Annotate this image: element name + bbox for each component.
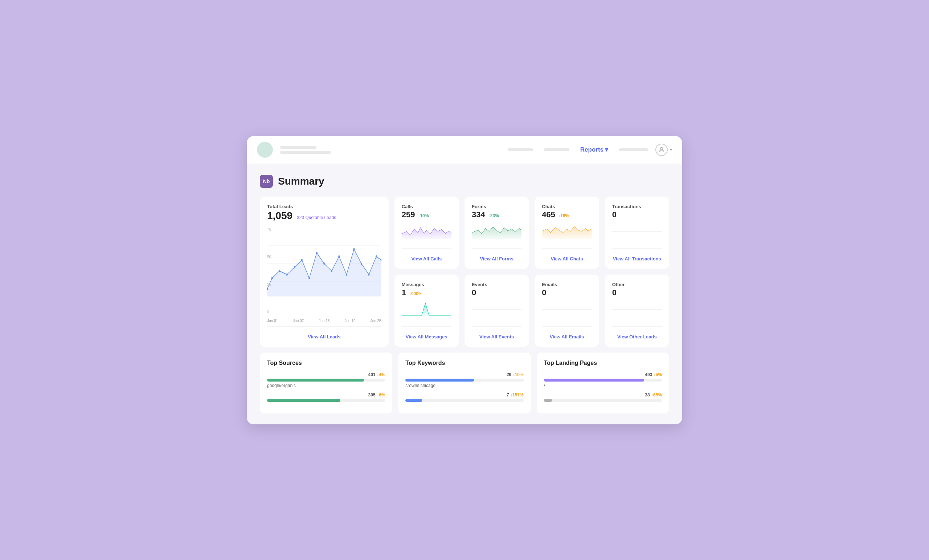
view-all-forms-link[interactable]: View All Forms xyxy=(472,252,521,262)
view-all-emails-link[interactable]: View All Emails xyxy=(542,330,592,340)
view-all-transactions-link[interactable]: View All Transactions xyxy=(612,252,662,262)
svg-point-7 xyxy=(279,270,280,272)
svg-point-20 xyxy=(376,256,377,257)
chats-value: 465 xyxy=(542,211,555,219)
svg-point-16 xyxy=(346,274,347,275)
top-sources-card: Top Sources 401 ↓4% google/organic xyxy=(260,352,392,413)
page-icon: Nb xyxy=(260,175,273,188)
quotable-leads: 323 Quotable Leads xyxy=(297,215,336,220)
nav-bar: Reports ▾ ▾ xyxy=(247,136,682,164)
source-1-change: ↓4% xyxy=(377,372,385,377)
nav-links: Reports ▾ xyxy=(508,146,648,153)
source-2-change: ↓6% xyxy=(377,392,385,398)
forms-label: Forms xyxy=(472,204,521,209)
source-2-bar-fill xyxy=(267,399,340,402)
total-leads-card: Total Leads 1,059 323 Quotable Leads xyxy=(260,197,389,347)
other-value: 0 xyxy=(612,289,662,297)
svg-point-14 xyxy=(331,270,333,272)
user-avatar-icon xyxy=(655,144,668,156)
view-all-chats-link[interactable]: View All Chats xyxy=(542,252,592,262)
source-1-bar-track xyxy=(267,379,385,381)
landing-2-bar-track xyxy=(544,399,662,402)
nav-reports-link[interactable]: Reports ▾ xyxy=(580,146,608,153)
view-all-messages-link[interactable]: View All Messages xyxy=(402,330,451,340)
landing-row-1: 493 ↓5% / xyxy=(544,372,662,388)
landing-2-change: ↓65% xyxy=(651,392,662,398)
keyword-2-change: ↓157% xyxy=(510,392,524,398)
nav-placeholder-link-1 xyxy=(508,148,533,151)
forms-change: ↑23% xyxy=(488,213,499,218)
messages-label: Messages xyxy=(402,282,451,287)
landing-1-value: 493 xyxy=(645,372,652,377)
main-content: Nb Summary Total Leads 1,059 323 Quotabl… xyxy=(247,164,682,424)
landing-1-change: ↓5% xyxy=(653,372,662,377)
source-row-1: 401 ↓4% google/organic xyxy=(267,372,385,388)
svg-point-13 xyxy=(323,263,325,265)
landing-row-2: 38 ↓65% xyxy=(544,392,662,402)
landing-1-bar-track xyxy=(544,379,662,381)
forms-chart xyxy=(472,222,521,240)
chats-card: Chats 465 ↓16% View All Chats xyxy=(535,197,599,269)
nav-brand-info xyxy=(280,146,331,154)
keyword-1-change: ↓10% xyxy=(513,372,524,377)
page-header: Nb Summary xyxy=(260,175,669,188)
top-landing-pages-title: Top Landing Pages xyxy=(544,360,662,366)
events-label: Events xyxy=(472,282,521,287)
keyword-row-2: 7 ↓157% xyxy=(405,392,523,402)
total-leads-x-labels: Jun 01Jun 07Jun 13Jun 19Jun 25 xyxy=(267,319,382,323)
nav-reports-label: Reports xyxy=(580,146,604,153)
calls-value: 259 xyxy=(402,211,415,219)
other-label: Other xyxy=(612,282,662,287)
view-all-calls-link[interactable]: View All Calls xyxy=(402,252,451,262)
landing-2-bar-fill xyxy=(544,399,552,402)
emails-value: 0 xyxy=(542,289,592,297)
source-1-name: google/organic xyxy=(267,383,385,388)
total-leads-value: 1,059 xyxy=(267,211,293,221)
calls-change: ↑10% xyxy=(418,213,429,218)
top-keywords-card: Top Keywords 29 ↓10% crowns chicago xyxy=(398,352,530,413)
page-title: Summary xyxy=(278,176,324,187)
top-landing-pages-card: Top Landing Pages 493 ↓5% / xyxy=(537,352,669,413)
svg-point-8 xyxy=(286,274,288,275)
svg-point-17 xyxy=(353,248,354,250)
bottom-cards-row: Top Sources 401 ↓4% google/organic xyxy=(260,352,669,413)
svg-point-11 xyxy=(308,277,310,279)
transactions-label: Transactions xyxy=(612,204,662,209)
landing-1-bar-fill xyxy=(544,379,644,381)
calls-card: Calls 259 ↑10% View All Calls xyxy=(394,197,459,269)
view-all-leads-link[interactable]: View All Leads xyxy=(267,330,382,340)
chats-label: Chats xyxy=(542,204,592,209)
svg-point-18 xyxy=(361,263,362,265)
forms-card: Forms 334 ↑23% View All Forms xyxy=(464,197,529,269)
total-leads-chart xyxy=(267,227,382,300)
emails-label: Emails xyxy=(542,282,592,287)
keyword-1-bar-fill xyxy=(405,379,474,381)
view-all-events-link[interactable]: View All Events xyxy=(472,330,521,340)
nav-placeholder-link-3 xyxy=(619,148,648,151)
landing-2-value: 38 xyxy=(645,392,650,398)
svg-point-0 xyxy=(661,147,663,150)
source-1-value: 401 xyxy=(368,372,376,377)
svg-point-6 xyxy=(271,277,273,279)
calls-label: Calls xyxy=(402,204,451,209)
top-sources-title: Top Sources xyxy=(267,360,385,366)
nav-user[interactable]: ▾ xyxy=(655,144,672,156)
keyword-1-bar-track xyxy=(405,379,523,381)
svg-point-12 xyxy=(316,252,317,254)
nav-placeholder-link-2 xyxy=(544,148,569,151)
landing-1-name: / xyxy=(544,383,662,388)
view-other-leads-link[interactable]: View Other Leads xyxy=(612,330,662,340)
svg-point-19 xyxy=(368,274,369,275)
nav-user-chevron: ▾ xyxy=(670,147,672,152)
events-value: 0 xyxy=(472,289,521,297)
messages-change: ↓900% xyxy=(409,291,422,296)
forms-value: 334 xyxy=(472,211,485,219)
keyword-1-name: crowns chicago xyxy=(405,383,523,388)
keyword-1-value: 29 xyxy=(507,372,511,377)
calls-chart xyxy=(402,222,451,240)
source-row-2: 305 ↓6% xyxy=(267,392,385,402)
emails-card: Emails 0 View All Emails xyxy=(535,275,599,347)
keyword-2-value: 7 xyxy=(507,392,509,398)
source-2-value: 305 xyxy=(368,392,376,398)
messages-value: 1 xyxy=(402,289,406,297)
